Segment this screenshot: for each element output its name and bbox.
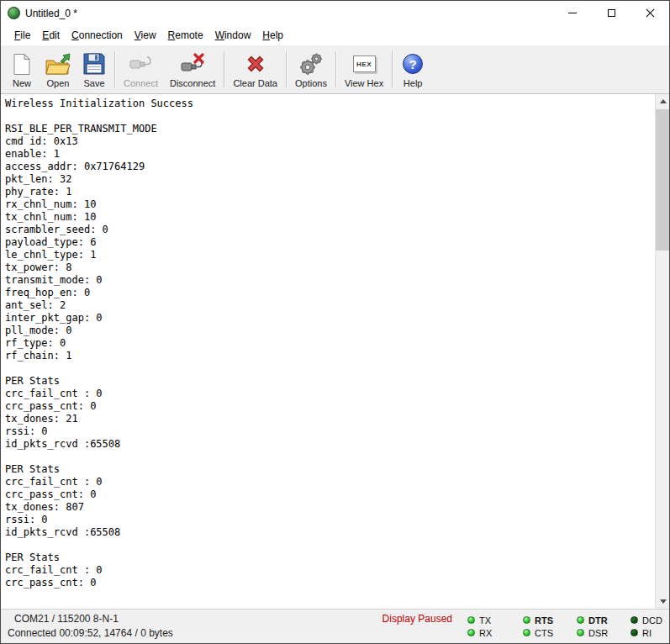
terminal-output[interactable]: Wireless Initialization Success RSI_BLE_… [1,94,655,609]
save-floppy-icon [83,51,105,77]
disconnect-icon [180,51,205,77]
view-hex-icon: HEX [353,51,376,77]
led-dtr[interactable]: DTR [577,615,614,626]
terminal-area: Wireless Initialization Success RSI_BLE_… [1,94,669,609]
app-window: Untitled_0 * File Edit Connection View R… [0,0,670,644]
toolbar-separator [286,51,287,87]
dtr-led-icon [577,616,584,624]
new-button-label: New [13,78,31,88]
port-info: COM21 / 115200 8-N-1 [14,612,119,626]
toolbar-separator [335,51,336,87]
options-button-label: Options [295,78,327,88]
titlebar: Untitled_0 * [1,1,669,25]
menubar: File Edit Connection View Remote Window … [1,25,669,45]
dcd-ri-led-group: DCD RI [624,615,670,638]
scrollbar-thumb[interactable] [656,109,669,251]
cts-led-icon [523,629,530,636]
open-folder-icon [45,51,71,77]
statusbar-connection-panel: COM21 / 115200 8-N-1 Display Paused Conn… [1,610,457,643]
clear-data-button-label: Clear Data [233,78,277,88]
hex-icon-text: HEX [356,61,372,68]
options-gears-icon [299,51,323,77]
connect-button-label: Connect [124,78,158,88]
save-button[interactable]: Save [76,47,112,92]
close-button[interactable] [630,1,669,25]
scroll-up-arrow-icon [660,99,667,103]
toolbar: New Open [1,45,669,94]
connect-icon [129,51,152,77]
maximize-icon [608,9,615,17]
ri-led-icon [630,629,638,636]
toolbar-separator [392,51,393,87]
menu-item-view[interactable]: View [129,27,162,44]
led-rts[interactable]: RTS [523,615,560,626]
view-hex-button-label: View Hex [345,78,383,88]
connect-button: Connect [118,47,164,92]
dtr-dsr-led-group: DTR DSR [570,615,620,638]
options-button[interactable]: Options [289,47,333,92]
save-button-label: Save [83,78,104,88]
menu-item-file[interactable]: File [8,27,36,44]
minimize-icon [568,13,577,13]
display-paused-status: Display Paused [382,612,452,626]
connection-info: Connected 00:09:52, 14764 / 0 bytes [1,626,457,641]
scroll-down-arrow-icon [660,599,667,604]
close-icon [646,8,655,18]
scroll-up-button[interactable] [656,94,669,108]
led-dcd: DCD [630,615,667,626]
new-button[interactable]: New [4,47,40,92]
led-ri: RI [630,628,667,638]
clear-data-button[interactable]: Clear Data [227,47,283,92]
txrx-led-group: TX RX [461,615,511,638]
window-title: Untitled_0 * [25,8,553,19]
help-button[interactable]: ? Help [395,47,430,92]
view-hex-button[interactable]: HEX View Hex [339,47,389,92]
menu-item-help[interactable]: Help [256,27,289,44]
help-icon-text: ? [403,54,423,74]
menu-item-window[interactable]: Window [209,27,257,44]
statusbar: COM21 / 115200 8-N-1 Display Paused Conn… [1,609,669,643]
open-button[interactable]: Open [40,47,76,92]
disconnect-button[interactable]: Disconnect [164,47,221,92]
vertical-scrollbar[interactable] [655,94,669,609]
clear-data-icon [244,51,267,77]
app-icon [8,7,20,19]
rx-led-icon [467,629,475,636]
tx-led-icon [467,616,475,624]
rts-cts-led-group: RTS CTS [516,615,567,638]
dsr-led-icon [577,629,584,636]
minimize-button[interactable] [553,1,592,25]
led-cts: CTS [523,628,560,638]
disconnect-button-label: Disconnect [170,78,215,88]
led-tx: TX [467,615,504,626]
new-document-icon [13,51,31,77]
menu-item-edit[interactable]: Edit [36,27,66,44]
help-button-label: Help [404,78,423,88]
toolbar-separator [114,51,115,87]
rts-led-icon [523,616,530,624]
open-button-label: Open [47,78,70,88]
menu-item-remote[interactable]: Remote [162,27,209,44]
signal-led-cluster: RTS CTS DTR DSR [514,615,670,638]
scroll-down-button[interactable] [656,594,669,609]
led-dsr: DSR [577,628,614,638]
led-rx: RX [467,628,504,638]
window-controls [553,1,669,25]
dcd-led-icon [630,616,638,624]
maximize-button[interactable] [592,1,630,25]
help-icon: ? [403,51,423,77]
toolbar-separator [224,51,224,87]
menu-item-connection[interactable]: Connection [66,27,129,44]
